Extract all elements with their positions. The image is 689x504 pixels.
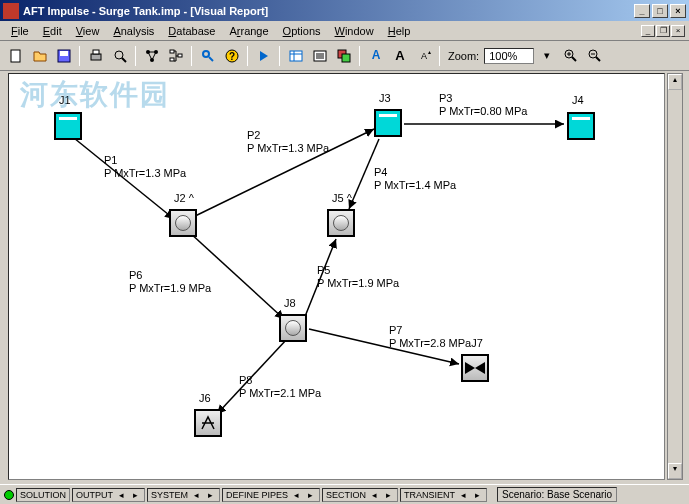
zoom-label: Zoom:	[448, 50, 479, 62]
node-j8[interactable]	[279, 314, 307, 342]
svg-rect-25	[342, 54, 350, 62]
menu-analysis[interactable]: Analysis	[106, 23, 161, 39]
svg-rect-2	[60, 51, 68, 56]
svg-point-13	[203, 51, 209, 57]
node-j6[interactable]	[194, 409, 222, 437]
help-button[interactable]: ?	[220, 44, 243, 67]
menu-window[interactable]: Window	[328, 23, 381, 39]
label-j8: J8	[284, 297, 296, 309]
open-button[interactable]	[28, 44, 51, 67]
pipe-label-p6: P6P MxTr=1.9 MPa	[129, 269, 211, 295]
svg-line-14	[209, 57, 213, 61]
svg-rect-10	[170, 50, 174, 53]
app-icon	[3, 3, 19, 19]
svg-rect-4	[93, 50, 99, 54]
label-j6: J6	[199, 392, 211, 404]
svg-rect-17	[290, 51, 302, 61]
pipe-label-p4: P4P MxTr=1.4 MPa	[374, 166, 456, 192]
pipe-label-p3: P3P MxTr=0.80 MPa	[439, 92, 527, 118]
svg-text:A: A	[395, 48, 405, 63]
svg-point-5	[115, 51, 123, 59]
font-color-button[interactable]: A	[364, 44, 387, 67]
tab-output[interactable]: OUTPUT◂▸	[72, 488, 145, 502]
svg-rect-11	[170, 58, 174, 61]
vertical-scrollbar[interactable]: ▴ ▾	[667, 73, 683, 480]
tab-section[interactable]: SECTION◂▸	[322, 488, 398, 502]
mdi-minimize[interactable]: _	[641, 25, 655, 37]
diagram-canvas[interactable]: J1 J2 ^ J3 J4 J5 ^ J6 J8 P1P MxTr=1.3 MP…	[8, 73, 665, 480]
zoom-dropdown[interactable]: ▾	[535, 44, 558, 67]
menu-help[interactable]: Help	[381, 23, 418, 39]
node-j5[interactable]	[327, 209, 355, 237]
list-button[interactable]	[308, 44, 331, 67]
layers-button[interactable]	[332, 44, 355, 67]
svg-line-6	[122, 58, 126, 62]
status-indicator	[4, 490, 14, 500]
menubar: File Edit View Analysis Database Arrange…	[0, 21, 689, 41]
tab-define-pipes[interactable]: DEFINE PIPES◂▸	[222, 488, 320, 502]
label-j3: J3	[379, 92, 391, 104]
tab-solution[interactable]: SOLUTION	[16, 488, 70, 502]
pipe-label-p7: P7P MxTr=2.8 MPaJ7	[389, 324, 483, 350]
network-button[interactable]	[140, 44, 163, 67]
svg-line-36	[596, 57, 600, 61]
node-j7[interactable]	[461, 354, 489, 382]
node-j1[interactable]	[54, 112, 82, 140]
font-small-button[interactable]: A▴	[412, 44, 435, 67]
pipe-label-p1: P1P MxTr=1.3 MPa	[104, 154, 186, 180]
menu-file[interactable]: File	[4, 23, 36, 39]
window-controls: _ □ ×	[634, 4, 686, 18]
menu-options[interactable]: Options	[276, 23, 328, 39]
zoom-in-button[interactable]	[559, 44, 582, 67]
scenario-display: Scenario: Base Scenario	[497, 487, 617, 502]
label-j5: J5 ^	[332, 192, 352, 204]
statusbar: SOLUTION OUTPUT◂▸ SYSTEM◂▸ DEFINE PIPES◂…	[0, 484, 689, 504]
menu-arrange[interactable]: Arrange	[222, 23, 275, 39]
node-j3[interactable]	[374, 109, 402, 137]
svg-rect-3	[91, 54, 101, 60]
font-big-button[interactable]: A	[388, 44, 411, 67]
node-j2[interactable]	[169, 209, 197, 237]
label-j4: J4	[572, 94, 584, 106]
titlebar: AFT Impulse - Surge Tank.imp - [Visual R…	[0, 0, 689, 21]
svg-line-33	[572, 57, 576, 61]
tab-system[interactable]: SYSTEM◂▸	[147, 488, 220, 502]
svg-text:?: ?	[228, 51, 234, 62]
svg-text:A: A	[371, 48, 380, 62]
maximize-button[interactable]: □	[652, 4, 668, 18]
zoom-out-button[interactable]	[583, 44, 606, 67]
print-button[interactable]	[84, 44, 107, 67]
pipe-label-p2: P2P MxTr=1.3 MPa	[247, 129, 329, 155]
close-button[interactable]: ×	[670, 4, 686, 18]
tree-button[interactable]	[164, 44, 187, 67]
scroll-up-button[interactable]: ▴	[668, 74, 682, 90]
pipe-label-p8: P8P MxTr=2.1 MPa	[239, 374, 321, 400]
mdi-restore[interactable]: ❐	[656, 25, 670, 37]
svg-rect-0	[11, 50, 20, 62]
svg-text:A: A	[420, 51, 426, 61]
toolbar: ? A A A▴ Zoom: 100% ▾	[0, 41, 689, 71]
zoom-value[interactable]: 100%	[484, 48, 534, 64]
minimize-button[interactable]: _	[634, 4, 650, 18]
pipe-label-p5: P5P MxTr=1.9 MPa	[317, 264, 399, 290]
new-button[interactable]	[4, 44, 27, 67]
run-button[interactable]	[252, 44, 275, 67]
node-j4[interactable]	[567, 112, 595, 140]
label-j2: J2 ^	[174, 192, 194, 204]
scroll-down-button[interactable]: ▾	[668, 463, 682, 479]
table-button[interactable]	[284, 44, 307, 67]
menu-database[interactable]: Database	[161, 23, 222, 39]
menu-view[interactable]: View	[69, 23, 107, 39]
mdi-close[interactable]: ×	[671, 25, 685, 37]
label-j1: J1	[59, 94, 71, 106]
window-title: AFT Impulse - Surge Tank.imp - [Visual R…	[23, 5, 634, 17]
preview-button[interactable]	[108, 44, 131, 67]
svg-rect-12	[178, 54, 182, 57]
save-button[interactable]	[52, 44, 75, 67]
find-button[interactable]	[196, 44, 219, 67]
menu-edit[interactable]: Edit	[36, 23, 69, 39]
svg-text:▴: ▴	[428, 49, 431, 55]
tab-transient[interactable]: TRANSIENT◂▸	[400, 488, 487, 502]
